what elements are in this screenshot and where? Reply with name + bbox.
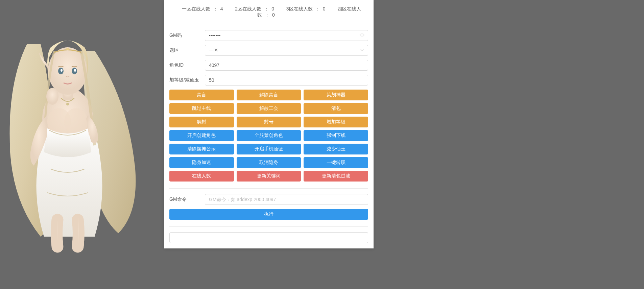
zone3-stat: 3区在线人数：0: [284, 6, 328, 11]
execute-grid: 执行: [169, 209, 368, 220]
form-content: GM码 选区 一区 角色ID: [164, 25, 374, 248]
eye-icon[interactable]: [359, 32, 365, 39]
clear-bag-button[interactable]: 清包: [304, 103, 368, 114]
role-id-row: 角色ID: [169, 60, 368, 71]
zone-label: 选区: [169, 47, 205, 53]
level-row: 加等级/减仙玉: [169, 75, 368, 86]
disband-guild-button[interactable]: 解散工会: [237, 103, 301, 114]
ban-button[interactable]: 封号: [237, 117, 301, 127]
update-clearbag-filter-button[interactable]: 更新清包过滤: [304, 171, 368, 182]
skip-mainline-button[interactable]: 跳过主线: [169, 103, 234, 114]
zone-select[interactable]: 一区: [205, 45, 368, 56]
chevron-down-icon: [360, 48, 364, 53]
gm-cmd-row: GM命令: [169, 194, 368, 205]
zone-select-value: 一区: [209, 47, 218, 53]
execute-button[interactable]: 执行: [169, 209, 368, 220]
zone2-stat: 2区在线人数：0: [232, 6, 277, 11]
gm-code-row: GM码: [169, 30, 368, 41]
level-input[interactable]: [205, 75, 368, 86]
divider-2: [169, 226, 368, 227]
svg-rect-3: [63, 86, 73, 100]
svg-point-8: [74, 69, 76, 72]
force-offline-button[interactable]: 强制下线: [304, 130, 368, 141]
disable-create-role-button[interactable]: 全服禁创角色: [237, 130, 301, 141]
update-keywords-button[interactable]: 更新关键词: [237, 171, 301, 182]
action-buttons-grid: 禁言 解除禁言 策划神器 跳过主线 解散工会 清包 解封 封号 增加等级 开启创…: [169, 90, 368, 182]
planner-weapon-button[interactable]: 策划神器: [304, 90, 368, 100]
svg-point-1: [47, 108, 71, 135]
bottom-input[interactable]: [169, 232, 368, 243]
gm-code-label: GM码: [169, 32, 205, 39]
stealth-speed-button[interactable]: 隐身加速: [169, 157, 234, 168]
level-label: 加等级/减仙玉: [169, 77, 205, 83]
svg-point-9: [66, 48, 69, 50]
svg-point-2: [64, 108, 88, 135]
unban-button[interactable]: 解封: [169, 117, 234, 127]
svg-point-7: [61, 69, 63, 72]
zone-row: 选区 一区: [169, 45, 368, 56]
admin-panel: 一区在线人数：4 2区在线人数：0 3区在线人数：0 四区在线人数：0 GM码 …: [164, 0, 374, 248]
unmute-button[interactable]: 解除禁言: [237, 90, 301, 100]
role-id-label: 角色ID: [169, 62, 205, 68]
clear-stall-notice-button[interactable]: 清除摆摊公示: [169, 144, 234, 154]
reduce-xianyu-button[interactable]: 减少仙玉: [304, 144, 368, 154]
svg-point-4: [48, 47, 87, 95]
zone1-stat: 一区在线人数：4: [179, 6, 226, 11]
svg-point-10: [46, 88, 58, 105]
gm-cmd-input[interactable]: [205, 194, 368, 205]
gm-code-input[interactable]: [205, 30, 368, 41]
svg-point-5: [58, 68, 64, 74]
add-level-button[interactable]: 增加等级: [304, 117, 368, 127]
svg-point-6: [72, 68, 77, 74]
mute-button[interactable]: 禁言: [169, 90, 234, 100]
role-id-input[interactable]: [205, 60, 368, 71]
svg-point-0: [42, 88, 93, 149]
online-stats-header: 一区在线人数：4 2区在线人数：0 3区在线人数：0 四区在线人数：0: [164, 0, 374, 25]
svg-point-11: [66, 103, 69, 105]
enable-create-role-button[interactable]: 开启创建角色: [169, 130, 234, 141]
divider: [169, 188, 368, 189]
cancel-stealth-button[interactable]: 取消隐身: [237, 157, 301, 168]
enable-phone-verify-button[interactable]: 开启手机验证: [237, 144, 301, 154]
gm-cmd-label: GM命令: [169, 196, 205, 202]
online-count-button[interactable]: 在线人数: [169, 171, 234, 182]
one-key-class-change-button[interactable]: 一键转职: [304, 157, 368, 168]
character-illustration: [0, 17, 152, 254]
